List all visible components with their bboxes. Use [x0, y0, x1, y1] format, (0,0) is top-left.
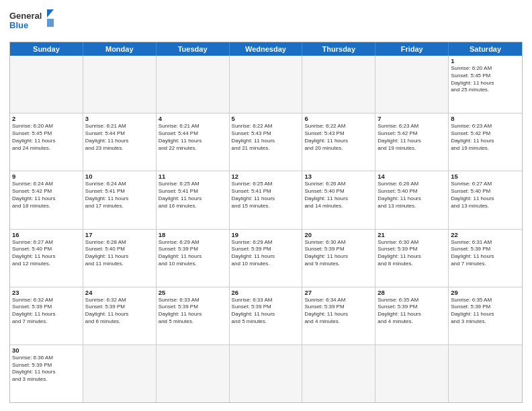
cell-info: Sunrise: 6:36 AM Sunset: 5:39 PM Dayligh… [12, 355, 81, 383]
svg-marker-3 [47, 19, 54, 27]
calendar-cell [302, 56, 375, 113]
weekday-header-thursday: Thursday [302, 42, 375, 56]
calendar-cell: 13Sunrise: 6:26 AM Sunset: 5:40 PM Dayli… [302, 171, 375, 228]
day-number: 18 [159, 231, 227, 238]
cell-info: Sunrise: 6:30 AM Sunset: 5:39 PM Dayligh… [304, 239, 373, 268]
calendar-cell: 27Sunrise: 6:34 AM Sunset: 5:39 PM Dayli… [302, 287, 375, 345]
day-number: 7 [378, 115, 446, 122]
cell-info: Sunrise: 6:34 AM Sunset: 5:39 PM Dayligh… [304, 297, 373, 326]
cell-info: Sunrise: 6:33 AM Sunset: 5:39 PM Dayligh… [232, 297, 300, 326]
weekday-header-friday: Friday [375, 42, 449, 56]
calendar-cell [375, 56, 449, 113]
day-number: 26 [232, 289, 300, 296]
calendar-cell: 16Sunrise: 6:27 AM Sunset: 5:40 PM Dayli… [10, 230, 83, 287]
calendar-cell: 14Sunrise: 6:26 AM Sunset: 5:40 PM Dayli… [375, 171, 449, 228]
calendar-row-0: 1Sunrise: 6:20 AM Sunset: 5:45 PM Daylig… [10, 56, 522, 113]
cell-info: Sunrise: 6:35 AM Sunset: 5:39 PM Dayligh… [451, 297, 520, 326]
day-number: 12 [232, 173, 300, 180]
day-number: 23 [12, 289, 81, 296]
cell-info: Sunrise: 6:20 AM Sunset: 5:45 PM Dayligh… [451, 65, 520, 94]
day-number: 21 [378, 231, 446, 238]
cell-info: Sunrise: 6:27 AM Sunset: 5:40 PM Dayligh… [12, 239, 81, 268]
cell-info: Sunrise: 6:21 AM Sunset: 5:44 PM Dayligh… [159, 123, 227, 152]
calendar-row-3: 16Sunrise: 6:27 AM Sunset: 5:40 PM Dayli… [10, 230, 522, 287]
calendar-cell: 4Sunrise: 6:21 AM Sunset: 5:44 PM Daylig… [157, 113, 230, 171]
calendar-cell: 3Sunrise: 6:21 AM Sunset: 5:44 PM Daylig… [83, 113, 157, 171]
day-number: 4 [159, 115, 227, 122]
cell-info: Sunrise: 6:32 AM Sunset: 5:39 PM Dayligh… [12, 297, 81, 326]
day-number: 1 [451, 57, 520, 64]
calendar-cell: 12Sunrise: 6:25 AM Sunset: 5:41 PM Dayli… [230, 171, 303, 228]
day-number: 6 [304, 115, 373, 122]
day-number: 17 [85, 231, 154, 238]
cell-info: Sunrise: 6:20 AM Sunset: 5:45 PM Dayligh… [12, 123, 81, 152]
day-number: 5 [232, 115, 300, 122]
calendar-cell: 24Sunrise: 6:32 AM Sunset: 5:39 PM Dayli… [83, 287, 157, 345]
calendar: SundayMondayTuesdayWednesdayThursdayFrid… [9, 42, 523, 403]
calendar-cell: 23Sunrise: 6:32 AM Sunset: 5:39 PM Dayli… [10, 287, 83, 345]
day-number: 13 [304, 173, 373, 180]
cell-info: Sunrise: 6:26 AM Sunset: 5:40 PM Dayligh… [378, 181, 446, 210]
cell-info: Sunrise: 6:22 AM Sunset: 5:43 PM Dayligh… [232, 123, 300, 152]
header: General Blue [9, 8, 523, 36]
calendar-cell [157, 56, 230, 113]
cell-info: Sunrise: 6:35 AM Sunset: 5:39 PM Dayligh… [378, 297, 446, 326]
day-number: 8 [451, 115, 520, 122]
calendar-cell: 15Sunrise: 6:27 AM Sunset: 5:40 PM Dayli… [449, 171, 522, 228]
calendar-cell: 20Sunrise: 6:30 AM Sunset: 5:39 PM Dayli… [302, 230, 375, 287]
cell-info: Sunrise: 6:21 AM Sunset: 5:44 PM Dayligh… [85, 123, 154, 152]
cell-info: Sunrise: 6:27 AM Sunset: 5:40 PM Dayligh… [451, 181, 520, 210]
weekday-header-wednesday: Wednesday [230, 42, 303, 56]
day-number: 22 [451, 231, 520, 238]
svg-text:Blue: Blue [9, 20, 28, 30]
cell-info: Sunrise: 6:29 AM Sunset: 5:39 PM Dayligh… [159, 239, 227, 268]
cell-info: Sunrise: 6:24 AM Sunset: 5:41 PM Dayligh… [85, 181, 154, 210]
calendar-cell: 9Sunrise: 6:24 AM Sunset: 5:42 PM Daylig… [10, 171, 83, 228]
calendar-cell: 30Sunrise: 6:36 AM Sunset: 5:39 PM Dayli… [10, 345, 83, 402]
day-number: 10 [85, 173, 154, 180]
calendar-cell [157, 345, 230, 402]
calendar-row-5: 30Sunrise: 6:36 AM Sunset: 5:39 PM Dayli… [10, 345, 522, 402]
day-number: 28 [378, 289, 446, 296]
calendar-cell: 22Sunrise: 6:31 AM Sunset: 5:39 PM Dayli… [449, 230, 522, 287]
cell-info: Sunrise: 6:31 AM Sunset: 5:39 PM Dayligh… [451, 239, 520, 268]
day-number: 24 [85, 289, 154, 296]
day-number: 14 [378, 173, 446, 180]
day-number: 3 [85, 115, 154, 122]
calendar-cell [230, 56, 303, 113]
day-number: 25 [159, 289, 227, 296]
cell-info: Sunrise: 6:26 AM Sunset: 5:40 PM Dayligh… [304, 181, 373, 210]
cell-info: Sunrise: 6:23 AM Sunset: 5:42 PM Dayligh… [451, 123, 520, 152]
calendar-cell: 8Sunrise: 6:23 AM Sunset: 5:42 PM Daylig… [449, 113, 522, 171]
calendar-cell: 18Sunrise: 6:29 AM Sunset: 5:39 PM Dayli… [157, 230, 230, 287]
calendar-cell [83, 56, 157, 113]
cell-info: Sunrise: 6:33 AM Sunset: 5:39 PM Dayligh… [159, 297, 227, 326]
weekday-header-sunday: Sunday [10, 42, 83, 56]
day-number: 15 [451, 173, 520, 180]
day-number: 16 [12, 231, 81, 238]
day-number: 27 [304, 289, 373, 296]
calendar-cell: 17Sunrise: 6:28 AM Sunset: 5:40 PM Dayli… [83, 230, 157, 287]
calendar-row-2: 9Sunrise: 6:24 AM Sunset: 5:42 PM Daylig… [10, 171, 522, 229]
calendar-cell [230, 345, 303, 402]
calendar-cell: 6Sunrise: 6:22 AM Sunset: 5:43 PM Daylig… [302, 113, 375, 171]
cell-info: Sunrise: 6:25 AM Sunset: 5:41 PM Dayligh… [159, 181, 227, 210]
calendar-cell: 10Sunrise: 6:24 AM Sunset: 5:41 PM Dayli… [83, 171, 157, 228]
day-number: 9 [12, 173, 81, 180]
calendar-cell [10, 56, 83, 113]
calendar-cell [449, 345, 522, 402]
calendar-cell: 19Sunrise: 6:29 AM Sunset: 5:39 PM Dayli… [230, 230, 303, 287]
calendar-cell: 26Sunrise: 6:33 AM Sunset: 5:39 PM Dayli… [230, 287, 303, 345]
cell-info: Sunrise: 6:22 AM Sunset: 5:43 PM Dayligh… [304, 123, 373, 152]
calendar-cell [375, 345, 449, 402]
calendar-row-4: 23Sunrise: 6:32 AM Sunset: 5:39 PM Dayli… [10, 287, 522, 345]
calendar-body: 1Sunrise: 6:20 AM Sunset: 5:45 PM Daylig… [10, 56, 522, 402]
generalblue-logo: General Blue [9, 8, 56, 36]
logo: General Blue [9, 8, 56, 36]
day-number: 20 [304, 231, 373, 238]
day-number: 2 [12, 115, 81, 122]
weekday-header-tuesday: Tuesday [157, 42, 230, 56]
calendar-cell: 28Sunrise: 6:35 AM Sunset: 5:39 PM Dayli… [375, 287, 449, 345]
calendar-cell: 25Sunrise: 6:33 AM Sunset: 5:39 PM Dayli… [157, 287, 230, 345]
cell-info: Sunrise: 6:30 AM Sunset: 5:39 PM Dayligh… [378, 239, 446, 268]
